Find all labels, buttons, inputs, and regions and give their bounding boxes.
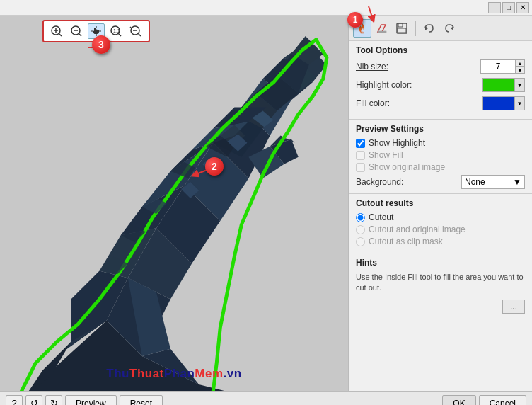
watermark: ThuThuatPhanMem.vn: [106, 367, 241, 381]
reset-button[interactable]: Reset: [120, 395, 163, 406]
ok-button[interactable]: OK: [442, 395, 475, 406]
save-tool-button[interactable]: [393, 19, 411, 38]
cutout-original-radio-label: Cutout and original image: [369, 224, 466, 234]
background-row: Background: None ▼: [356, 175, 525, 189]
background-dropdown-icon: ▼: [513, 177, 521, 187]
watermark-thu: Thu: [106, 367, 129, 380]
nib-size-row: Nib size: ▲ ▼: [356, 59, 525, 74]
highlight-color-label: Highlight color:: [356, 80, 482, 90]
cutout-clip-radio[interactable]: [356, 237, 365, 246]
tool-options-title: Tool Options: [356, 45, 525, 55]
cutout-radio[interactable]: [356, 213, 365, 222]
highlight-color-label-text: Highlight color:: [356, 80, 412, 90]
preview-settings-title: Preview Settings: [356, 124, 525, 134]
cutout-radio-label: Cutout: [369, 212, 393, 222]
fill-color-row: Fill color: ▼: [356, 96, 525, 110]
zoom-fit-button[interactable]: 1:1: [108, 23, 125, 39]
fill-color-label: Fill color:: [356, 98, 482, 108]
show-original-row: Show original image: [356, 162, 525, 172]
panel-toolbar: 1: [349, 16, 532, 41]
nib-size-up-button[interactable]: ▲: [515, 59, 525, 67]
nib-size-input[interactable]: [480, 59, 516, 74]
hints-title: Hints: [356, 258, 525, 268]
cutout-clip-radio-label: Cutout as clip mask: [369, 236, 443, 246]
nib-size-down-button[interactable]: ▼: [515, 67, 525, 74]
nib-size-spin-btns: ▲ ▼: [515, 59, 525, 74]
show-original-label: Show original image: [369, 162, 445, 172]
zoom-out-button[interactable]: [68, 23, 85, 39]
svg-line-54: [130, 27, 132, 28]
svg-line-52: [139, 34, 141, 37]
svg-marker-64: [451, 26, 453, 30]
eraser-tool-button[interactable]: [373, 19, 391, 38]
panel-separator: [415, 21, 416, 36]
fill-color-picker[interactable]: ▼: [482, 96, 525, 110]
show-fill-label: Show Fill: [369, 150, 403, 160]
background-label: Background:: [356, 177, 461, 187]
undo-tool-button[interactable]: [420, 19, 439, 38]
highlight-color-swatch: [483, 79, 514, 91]
show-highlight-row: Show Highlight: [356, 138, 525, 148]
show-highlight-label: Show Highlight: [369, 138, 425, 148]
cutout-results-title: Cutout results: [356, 198, 525, 208]
background-value: None: [465, 177, 485, 187]
nib-size-label-text: Nib size:: [356, 62, 388, 72]
annotation-badge-3: 3: [92, 35, 110, 54]
close-button[interactable]: ✕: [516, 2, 529, 13]
main-layout: 1:1 3 2: [0, 16, 532, 391]
canvas-area: 1:1 3 2: [0, 16, 348, 391]
hints-text: Use the Inside Fill tool to fill the are…: [356, 272, 525, 294]
hints-section: Hints Use the Inside Fill tool to fill t…: [349, 253, 532, 391]
svg-text:1:1: 1:1: [113, 28, 120, 33]
svg-line-42: [59, 34, 62, 37]
cutout-original-radio[interactable]: [356, 225, 365, 234]
help-button[interactable]: ?: [6, 395, 23, 406]
show-fill-checkbox[interactable]: [356, 151, 365, 160]
redo-tool-button[interactable]: [440, 19, 458, 38]
cutout-results-section: Cutout results Cutout Cutout and origina…: [349, 194, 532, 253]
background-dropdown[interactable]: None ▼: [461, 175, 525, 189]
minimize-button[interactable]: —: [488, 2, 501, 13]
tool-options-section: Tool Options Nib size: ▲ ▼ Highligh: [349, 41, 532, 120]
preview-settings-section: Preview Settings Show Highlight Show Fil…: [349, 120, 532, 194]
zoom-out2-button[interactable]: [127, 23, 144, 39]
show-fill-row: Show Fill: [356, 150, 525, 160]
title-bar: — □ ✕: [0, 0, 532, 16]
bottom-bar: ? ↺ ↻ Preview Reset OK Cancel: [0, 391, 532, 405]
highlight-color-picker[interactable]: ▼: [482, 78, 525, 92]
cutout-original-radio-row: Cutout and original image: [356, 224, 525, 234]
undo-button[interactable]: ↺: [25, 395, 42, 406]
annotation-badge-1: 1: [347, 12, 363, 28]
hints-more-button[interactable]: ...: [502, 300, 525, 314]
svg-rect-62: [398, 28, 406, 33]
maximize-button[interactable]: □: [502, 2, 515, 13]
right-panel: 1: [348, 16, 532, 391]
nib-size-input-wrapper: ▲ ▼: [480, 59, 525, 74]
svg-point-58: [360, 31, 364, 33]
fill-color-label-text: Fill color:: [356, 98, 390, 108]
nib-size-label: Nib size:: [356, 62, 480, 72]
svg-rect-59: [378, 31, 386, 33]
fill-color-dropdown[interactable]: ▼: [514, 97, 524, 110]
preview-button[interactable]: Preview: [65, 395, 117, 406]
redo-button[interactable]: ↻: [45, 395, 62, 406]
svg-line-46: [79, 34, 82, 37]
cat-image: [0, 16, 348, 391]
fill-color-swatch: [483, 97, 514, 110]
annotation-badge-2: 2: [205, 157, 224, 176]
watermark-mem: Mem: [195, 367, 223, 380]
show-original-checkbox[interactable]: [356, 163, 365, 172]
zoom-in-button[interactable]: [48, 23, 65, 39]
watermark-vn: .vn: [224, 367, 242, 380]
show-highlight-checkbox[interactable]: [356, 139, 365, 148]
cutout-radio-row: Cutout: [356, 212, 525, 222]
cutout-clip-radio-row: Cutout as clip mask: [356, 236, 525, 246]
svg-line-49: [119, 34, 122, 37]
watermark-thuat: Thuat: [129, 367, 164, 380]
highlight-color-dropdown[interactable]: ▼: [514, 79, 524, 91]
cancel-button[interactable]: Cancel: [479, 395, 526, 406]
highlight-color-row: Highlight color: ▼: [356, 78, 525, 92]
watermark-phan: Phan: [164, 367, 195, 380]
svg-marker-63: [425, 26, 428, 30]
